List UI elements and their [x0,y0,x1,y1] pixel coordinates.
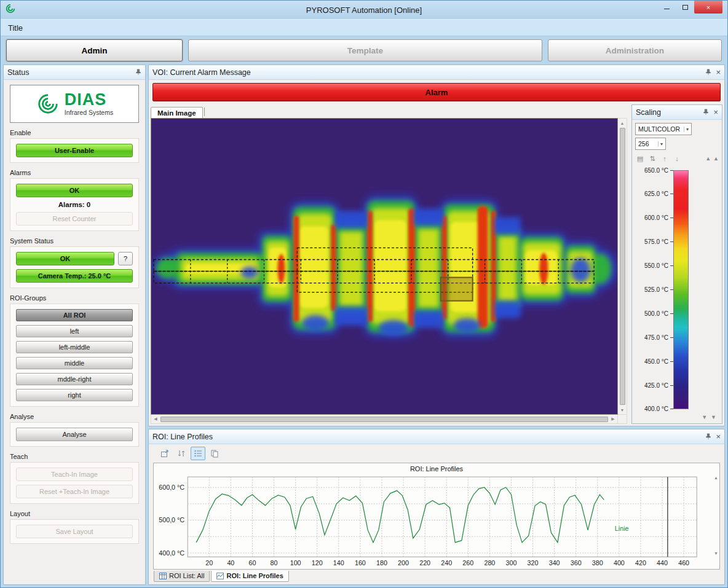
chevron-down-icon: ▾ [658,141,663,147]
thermal-image [151,119,617,414]
analyse-group-label: Analyse [10,413,139,420]
image-horizontal-scrollbar[interactable]: ◀ ▶ [151,415,618,424]
profiles-chart-svg[interactable]: 2040608010012014016018020022024026028030… [154,474,719,569]
scaling-panel-title: Scaling [636,108,661,117]
palette-select[interactable]: MULTICOLOR ▾ [635,123,692,135]
reset-counter-button[interactable]: Reset Counter [16,212,133,225]
alarm-banner: Alarm [152,83,721,101]
close-icon: × [716,68,721,76]
hscroll-thumb[interactable] [160,417,608,422]
close-icon: × [706,4,710,11]
tab-separator [204,108,205,116]
scale-min-down-icon[interactable]: ↓ [672,154,682,163]
profiles-bottom-tabs: ROI List: All ROI: Line Profiles [149,570,724,584]
tab-admin[interactable]: Admin [6,39,183,61]
close-icon: × [713,108,718,116]
scroll-down-icon[interactable]: ▼ [620,406,625,414]
tab-administration[interactable]: Administration [548,39,722,61]
scale-shift-down-icon[interactable]: ▼ [702,414,707,420]
scale-tick: 650.0 °C [635,167,673,174]
export-chart-button[interactable] [157,447,172,460]
scale-shift-up2-icon[interactable]: ▲ [713,155,719,162]
vscroll-thumb[interactable] [620,128,625,405]
scale-tick: 400.0 °C [635,406,673,413]
svg-text:240: 240 [441,559,452,566]
tab-template[interactable]: Template [188,39,542,61]
sort-button[interactable] [174,447,189,460]
title-row: Title [1,19,727,36]
profiles-close-button[interactable]: × [716,433,721,441]
voi-pin-button[interactable] [705,69,711,76]
minimize-button[interactable] [657,1,676,14]
voi-panel-title: VOI: Current Alarm Message [152,68,251,77]
app-window: PYROSOFT Automation [Online] × Title Adm… [0,0,728,588]
image-vertical-scrollbar[interactable]: ▲ ▼ [618,118,627,415]
scaling-close-button[interactable]: × [713,108,718,116]
status-panel-header: Status [4,65,145,80]
tab-main-image[interactable]: Main Image [151,107,203,118]
close-button[interactable]: × [694,1,722,14]
svg-text:440: 440 [657,559,668,566]
svg-text:500,0 °C: 500,0 °C [159,516,184,523]
analyse-button[interactable]: Analyse [16,428,133,441]
reset-teach-in-image-button[interactable]: Reset +Teach-In Image [16,485,133,498]
pin-icon [703,109,709,116]
roi-group-button-right[interactable]: right [16,389,133,401]
roi-group-button-mddle-right[interactable]: mddle-right [16,373,133,385]
camera-temp-button[interactable]: Camera Temp.: 25.0 °C [16,269,133,283]
scale-tick: 625.0 °C [635,190,673,198]
chart-scroll-up-icon[interactable]: ▲ [714,476,718,480]
svg-text:360: 360 [571,559,582,566]
tab-roi-list[interactable]: ROI List: All [154,571,210,582]
teach-in-image-button[interactable]: Teach-In Image [16,468,133,481]
right-column: VOI: Current Alarm Message × Alarm [148,65,725,585]
layout-group-label: Layout [10,510,139,517]
scroll-left-icon[interactable]: ◀ [151,415,160,423]
system-status-label: System Status [10,237,139,245]
profiles-pin-button[interactable] [705,433,711,440]
levels-select[interactable]: 256 ▾ [635,138,666,150]
export-icon [160,449,169,458]
chart-scroll-down-icon[interactable]: ▼ [714,551,718,555]
tab-roi-list-label: ROI List: All [169,572,204,579]
svg-text:400: 400 [614,559,625,566]
image-row: Main Image [149,104,724,426]
user-enable-button[interactable]: User-Enable [16,144,133,157]
alarms-ok-button[interactable]: OK [16,184,133,197]
roi-group-button-left[interactable]: left [16,325,133,337]
close-icon: × [716,433,721,441]
scale-palette-icon[interactable]: ▤ [635,154,645,163]
scale-tick: 500.0 °C [635,310,673,317]
roi-group-button-left-middle[interactable]: left-middle [16,341,133,353]
system-help-button[interactable]: ? [118,252,133,265]
status-body: DIAS Infrared Systems Enable User-Enable… [4,80,145,584]
scaling-pin-button[interactable] [703,109,709,116]
tab-line-profiles[interactable]: ROI: Line Profiles [211,571,288,582]
list-icon [194,449,202,458]
svg-text:300: 300 [506,559,517,566]
scale-shift-down2-icon[interactable]: ▼ [711,414,716,420]
roi-group-button-all-roi[interactable]: All ROI [16,309,133,321]
scale-shift-up-icon[interactable]: ▲ [705,155,711,162]
roi-group-button-middle[interactable]: middle [16,357,133,369]
teach-group-label: Teach [10,453,139,460]
thermal-image-viewport[interactable] [151,118,618,415]
status-pin-button[interactable] [135,69,141,76]
scroll-right-icon[interactable]: ▶ [609,415,617,423]
voi-close-button[interactable]: × [716,68,721,76]
scale-tick: 600.0 °C [635,214,673,222]
system-ok-button[interactable]: OK [16,252,114,265]
scroll-up-icon[interactable]: ▲ [620,119,625,127]
save-layout-button[interactable]: Save Layout [16,525,133,538]
scaling-panel-header: Scaling × [632,105,722,120]
analyse-group: Analyse Analyse [10,413,139,447]
color-scale-bar [673,170,689,409]
svg-text:20: 20 [205,559,213,566]
maximize-button[interactable] [676,1,694,14]
copy-button[interactable] [207,447,222,460]
dias-logo-subtitle: Infrared Systems [65,109,113,116]
list-view-button[interactable] [191,447,205,460]
scale-autoscale-icon[interactable]: ⇅ [647,154,657,163]
svg-text:40: 40 [227,559,234,566]
scale-max-up-icon[interactable]: ↑ [660,154,670,163]
